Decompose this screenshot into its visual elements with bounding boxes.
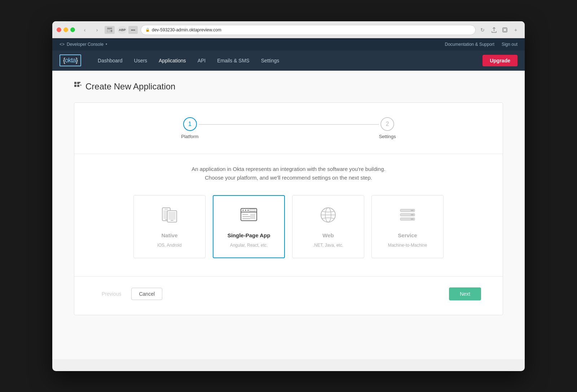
minimize-button[interactable] — [63, 27, 68, 32]
step-1-number: 1 — [188, 121, 191, 127]
apps-grid-icon — [74, 82, 82, 91]
svg-rect-1 — [107, 30, 110, 32]
description: An application in Okta represents an int… — [96, 165, 481, 182]
step-2: 2 Settings — [379, 117, 396, 139]
description-line2: Choose your platform, and we'll recommen… — [96, 173, 481, 182]
maximize-button[interactable] — [70, 27, 75, 32]
nav-link-users[interactable]: Users — [128, 50, 153, 71]
steps-container: 1 Platform 2 Settings — [96, 117, 481, 139]
back-button[interactable]: ‹ — [80, 26, 89, 34]
native-name: Native — [161, 232, 177, 238]
more-options[interactable]: ••• — [128, 26, 138, 34]
share-button[interactable] — [489, 26, 499, 34]
url-text: dev-593230-admin.oktapreview.com — [152, 27, 221, 32]
svg-rect-7 — [74, 85, 76, 87]
step-connector — [199, 124, 379, 125]
service-icon — [398, 206, 417, 228]
new-tab-button[interactable] — [500, 26, 510, 34]
step-1-circle: 1 — [183, 117, 197, 131]
svg-rect-34 — [411, 214, 414, 215]
description-line1: An application in Okta represents an int… — [96, 165, 481, 173]
step-2-circle: 2 — [380, 117, 394, 131]
nav-link-applications[interactable]: Applications — [153, 50, 192, 71]
footer-actions: Previous Cancel Next — [96, 287, 481, 300]
svg-rect-32 — [411, 210, 414, 211]
nav-link-emails-sms[interactable]: Emails & SMS — [211, 50, 255, 71]
top-bar: <> Developer Console ▾ Documentation & S… — [52, 38, 525, 50]
reload-button[interactable]: ↻ — [479, 26, 486, 34]
divider-bottom — [74, 276, 503, 277]
code-icon: <> — [60, 42, 65, 47]
svg-rect-2 — [111, 30, 112, 32]
svg-point-21 — [245, 210, 246, 211]
app-content: <> Developer Console ▾ Documentation & S… — [52, 38, 525, 359]
svg-rect-24 — [242, 214, 248, 215]
spa-icon — [239, 206, 258, 228]
svg-rect-23 — [250, 209, 255, 211]
platform-card-spa[interactable]: Single-Page App Angular, React, etc. — [213, 195, 285, 258]
svg-rect-10 — [80, 85, 82, 85]
platform-card-service[interactable]: Service Machine-to-Machine — [371, 195, 444, 258]
web-subtitle: .NET, Java, etc. — [313, 243, 343, 248]
okta-logo: {okta} — [60, 54, 81, 66]
extension-icons: ABP ••• — [118, 26, 138, 34]
platform-card-web[interactable]: Web .NET, Java, etc. — [292, 195, 364, 258]
next-button[interactable]: Next — [449, 287, 481, 300]
page-header: Create New Application — [74, 82, 503, 92]
dev-console-link[interactable]: Developer Console — [67, 42, 103, 47]
wizard-container: 1 Platform 2 Settings An applic — [74, 102, 503, 315]
svg-rect-9 — [79, 82, 80, 83]
svg-rect-4 — [503, 28, 506, 31]
browser-actions: + — [489, 26, 520, 34]
adblock-icon[interactable]: ABP — [118, 26, 127, 34]
step-2-number: 2 — [386, 121, 389, 127]
svg-point-22 — [247, 210, 249, 211]
nav-bar: {okta} Dashboard Users Applications API … — [52, 50, 525, 71]
dropdown-arrow-icon: ▾ — [106, 43, 107, 46]
service-name: Service — [398, 232, 417, 238]
traffic-lights — [57, 27, 75, 32]
web-icon — [319, 206, 338, 228]
top-bar-left: <> Developer Console ▾ — [60, 42, 107, 47]
address-bar[interactable]: 🔒 dev-593230-admin.oktapreview.com — [141, 25, 476, 35]
service-subtitle: Machine-to-Machine — [388, 243, 427, 248]
svg-rect-0 — [107, 28, 112, 29]
okta-logo-box: {okta} — [60, 54, 81, 66]
nav-links: Dashboard Users Applications API Emails … — [92, 50, 483, 71]
nav-link-settings[interactable]: Settings — [255, 50, 285, 71]
svg-rect-36 — [411, 219, 414, 220]
svg-rect-16 — [168, 212, 176, 220]
svg-rect-26 — [242, 218, 250, 219]
svg-rect-5 — [74, 82, 76, 84]
forward-button[interactable]: › — [92, 26, 102, 34]
browser-chrome: ‹ › ABP ••• 🔒 dev-593230-admin.oktaprevi… — [52, 21, 525, 38]
close-button[interactable] — [57, 27, 61, 32]
svg-rect-6 — [77, 82, 79, 84]
step-2-label: Settings — [379, 134, 396, 139]
native-icon — [160, 206, 179, 228]
spa-subtitle: Angular, React, etc. — [230, 243, 268, 248]
lock-icon: 🔒 — [145, 28, 150, 32]
cancel-button[interactable]: Cancel — [131, 288, 162, 300]
doc-support-link[interactable]: Documentation & Support — [445, 42, 494, 47]
native-subtitle: iOS, Android — [157, 243, 181, 248]
browser-window: ‹ › ABP ••• 🔒 dev-593230-admin.oktaprevi… — [52, 21, 525, 371]
main-content: Create New Application 1 Platform 2 — [52, 71, 525, 359]
upgrade-button[interactable]: Upgrade — [483, 55, 517, 66]
nav-link-api[interactable]: API — [192, 50, 212, 71]
step-1: 1 Platform — [181, 117, 198, 139]
top-bar-right: Documentation & Support Sign out — [445, 42, 517, 47]
platform-cards: Native iOS, Android — [96, 195, 481, 258]
platform-card-native[interactable]: Native iOS, Android — [133, 195, 206, 258]
web-name: Web — [322, 232, 334, 238]
spa-name: Single-Page App — [228, 232, 270, 238]
step-1-label: Platform — [181, 134, 198, 139]
svg-rect-27 — [250, 213, 255, 219]
sign-out-link[interactable]: Sign out — [502, 42, 517, 47]
divider-top — [74, 154, 503, 154]
previous-button: Previous — [96, 288, 127, 300]
page-title: Create New Application — [85, 82, 175, 92]
sidebar-toggle[interactable]: + — [511, 26, 520, 34]
nav-link-dashboard[interactable]: Dashboard — [92, 50, 128, 71]
svg-rect-8 — [77, 85, 79, 87]
